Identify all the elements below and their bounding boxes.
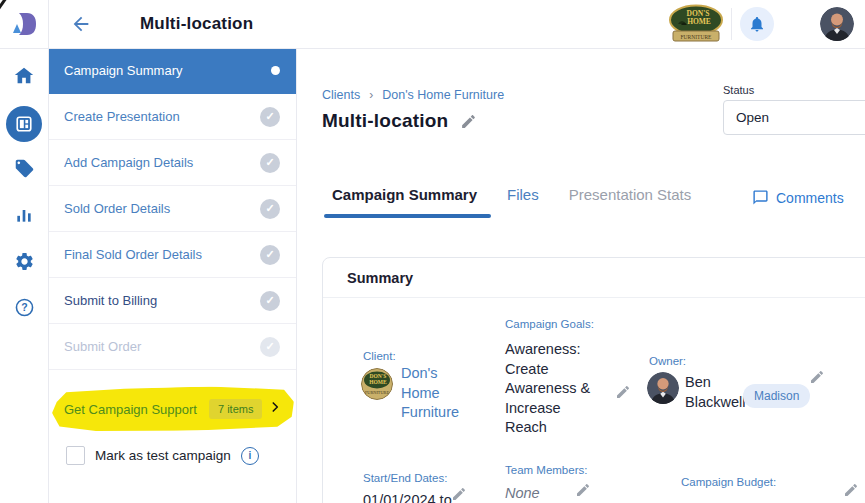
comments-button[interactable]: Comments	[752, 189, 844, 206]
status-label: Status	[723, 84, 754, 96]
dates-label: Start/End Dates:	[363, 472, 447, 484]
tab-presentation-stats[interactable]: Presentation Stats	[569, 186, 692, 216]
check-circle-icon: ✓	[260, 107, 280, 127]
active-dot-icon	[271, 66, 280, 75]
edit-title-pencil-icon[interactable]	[460, 113, 477, 130]
owner-market-badge: Madison	[743, 384, 810, 408]
test-campaign-row: Mark as test campaign i	[48, 446, 296, 465]
client-label: Client:	[363, 350, 396, 362]
svg-text:FURNITURE: FURNITURE	[365, 390, 389, 395]
team-members-label: Team Members:	[505, 464, 587, 476]
spacer	[48, 370, 296, 386]
chevron-right-icon	[268, 400, 282, 418]
help-icon: ?	[14, 297, 35, 318]
tab-bar: Campaign Summary Files Presentation Stat…	[332, 186, 691, 216]
check-circle-icon: ✓	[260, 245, 280, 265]
divider	[48, 0, 49, 48]
edit-goals-pencil-icon[interactable]	[615, 384, 631, 400]
step-submit-order[interactable]: Submit Order ✓	[48, 324, 296, 370]
step-create-presentation[interactable]: Create Presentation ✓	[48, 94, 296, 140]
svg-text:HOME: HOME	[687, 17, 711, 26]
breadcrumb: Clients › Don's Home Furniture	[322, 88, 504, 102]
back-arrow-icon[interactable]	[70, 13, 92, 39]
sidebar-item-home[interactable]	[0, 65, 48, 87]
check-circle-icon: ✓	[260, 153, 280, 173]
notifications-button[interactable]	[740, 7, 774, 41]
sidebar-item-help[interactable]: ?	[0, 297, 48, 318]
edit-owner-pencil-icon[interactable]	[809, 369, 825, 385]
edit-budget-pencil-icon[interactable]	[843, 482, 859, 498]
client-name-link[interactable]: Don's Home Furniture	[401, 364, 471, 423]
edit-dates-pencil-icon[interactable]	[451, 486, 467, 502]
breadcrumb-client-name[interactable]: Don's Home Furniture	[382, 88, 504, 102]
edit-team-pencil-icon[interactable]	[575, 482, 591, 498]
team-members-value: None	[505, 484, 540, 503]
svg-text:FURNITURE: FURNITURE	[681, 34, 713, 40]
summary-card: Summary Client: DON'S HOME FURNITURE Don…	[322, 257, 865, 503]
campaign-goals-value: Awareness: Create Awareness & Increase R…	[505, 340, 600, 438]
sidebar-item-tags[interactable]	[0, 158, 48, 179]
summary-card-title: Summary	[347, 270, 413, 286]
page-title: Multi-location	[322, 110, 448, 132]
campaign-budget-label: Campaign Budget:	[681, 476, 776, 488]
client-mini-logo: DON'S HOME FURNITURE	[361, 368, 393, 400]
step-label: Create Presentation	[64, 109, 180, 124]
dashboard-icon	[15, 115, 33, 133]
comments-label: Comments	[776, 190, 844, 206]
cursor-artifact	[0, 0, 7, 12]
step-label: Add Campaign Details	[64, 155, 193, 170]
step-label: Submit to Billing	[64, 293, 157, 308]
status-value: Open	[736, 110, 769, 125]
step-submit-to-billing[interactable]: Submit to Billing ✓	[48, 278, 296, 324]
tag-icon	[14, 158, 35, 179]
sidebar-item-reports[interactable]	[0, 205, 48, 225]
gear-icon	[14, 251, 35, 272]
owner-avatar	[647, 372, 679, 404]
user-avatar[interactable]	[820, 7, 854, 41]
tab-campaign-summary[interactable]: Campaign Summary	[332, 186, 477, 216]
test-campaign-label: Mark as test campaign	[95, 448, 231, 463]
check-circle-icon: ✓	[260, 337, 280, 357]
step-label: Campaign Summary	[64, 63, 183, 78]
info-icon[interactable]: i	[241, 447, 259, 465]
tab-files[interactable]: Files	[507, 186, 539, 216]
app-window: Multi-location DON'S HOME FURNITURE	[0, 0, 865, 503]
home-icon	[13, 65, 35, 87]
app-logo-icon[interactable]	[9, 9, 39, 43]
support-count-badge: 7 items	[209, 399, 262, 419]
owner-label: Owner:	[649, 355, 686, 367]
breadcrumb-clients[interactable]: Clients	[322, 88, 360, 102]
status-dropdown[interactable]: Open	[723, 100, 865, 135]
step-label: Submit Order	[64, 339, 141, 354]
check-circle-icon: ✓	[260, 199, 280, 219]
step-final-sold-order-details[interactable]: Final Sold Order Details ✓	[48, 232, 296, 278]
step-label: Sold Order Details	[64, 201, 170, 216]
step-campaign-summary[interactable]: Campaign Summary	[48, 48, 296, 94]
svg-text:HOME: HOME	[369, 379, 387, 385]
bell-icon	[748, 15, 766, 33]
client-logo-badge: DON'S HOME FURNITURE	[668, 4, 724, 48]
step-sold-order-details[interactable]: Sold Order Details ✓	[48, 186, 296, 232]
campaign-goals-label: Campaign Goals:	[505, 318, 594, 330]
breadcrumb-separator: ›	[369, 88, 373, 102]
get-campaign-support-button[interactable]: Get Campaign Support 7 items	[48, 386, 296, 432]
icon-rail: ?	[0, 48, 49, 503]
main-content: Clients › Don's Home Furniture Multi-loc…	[296, 48, 865, 503]
support-label: Get Campaign Support	[64, 402, 197, 417]
window-title: Multi-location	[140, 14, 253, 34]
svg-text:?: ?	[21, 301, 27, 313]
step-label: Final Sold Order Details	[64, 247, 202, 262]
check-circle-icon: ✓	[260, 291, 280, 311]
test-campaign-checkbox[interactable]	[66, 446, 85, 465]
comment-bubble-icon	[752, 189, 769, 206]
sidebar-item-settings[interactable]	[0, 251, 48, 272]
campaign-steps-panel: Campaign Summary Create Presentation ✓ A…	[48, 48, 297, 503]
step-add-campaign-details[interactable]: Add Campaign Details ✓	[48, 140, 296, 186]
sidebar-item-dashboard[interactable]	[0, 106, 48, 142]
divider	[731, 8, 732, 40]
top-bar: Multi-location DON'S HOME FURNITURE	[0, 0, 865, 49]
bar-chart-icon	[14, 205, 34, 225]
